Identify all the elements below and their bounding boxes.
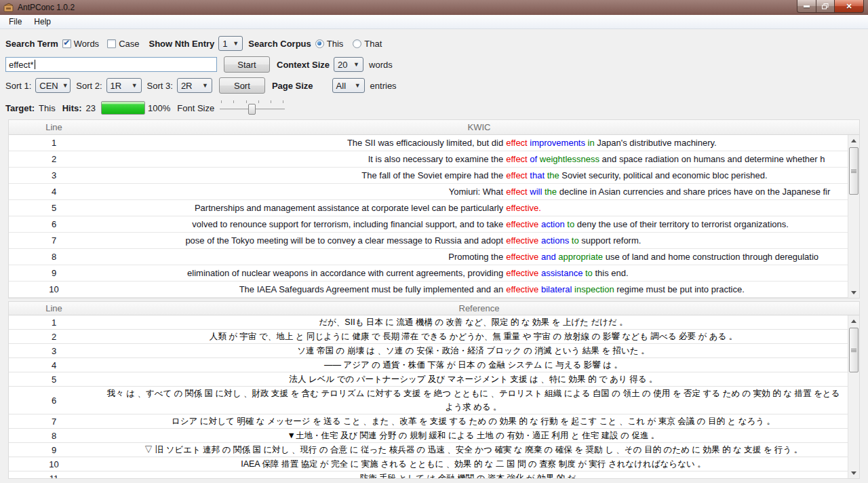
kwic-table-header: Line KWIC	[9, 120, 859, 135]
search-input[interactable]: effect*	[5, 57, 217, 72]
scrollbar-grip-icon	[851, 348, 856, 353]
kwic-scrollbar[interactable]	[848, 135, 859, 298]
close-button[interactable]: ✕	[835, 0, 864, 13]
kwic-row[interactable]: 2It is also necessary to examine theeffe…	[9, 151, 848, 168]
menubar: File Help	[0, 15, 868, 29]
reference-row[interactable]: 7ロシア に対して 明確 な メッセージ を 送る こと 、また 、改革 を 支…	[9, 414, 848, 429]
window-title: AntPConc 1.0.2	[18, 3, 75, 12]
scroll-up-icon[interactable]	[848, 315, 859, 326]
reference-scrollbar-thumb[interactable]	[849, 328, 859, 372]
window-controls: ✕	[797, 0, 864, 13]
kwic-row[interactable]: 6volved to renounce support for terroris…	[9, 216, 848, 233]
progress-fill	[102, 102, 144, 114]
reference-text: 我々 は 、すべて の 関係 国 に対し 、財政 支援 を 含む テロリズム に…	[99, 387, 848, 414]
kwic-row[interactable]: 7pose of the Tokyo meeting will be to co…	[9, 233, 848, 249]
menu-help[interactable]: Help	[28, 16, 57, 28]
scroll-up-icon[interactable]	[848, 135, 859, 146]
search-input-value: effect*	[9, 60, 34, 70]
font-size-slider[interactable]	[220, 99, 285, 117]
reference-text: ▼土地・住宅 及び 関連 分野 の 規制 緩和 による 土地 の 有効・適正 利…	[99, 429, 848, 442]
reference-text: ▽ 旧 ソビエト 連邦 の 関係 国 に対し 、現行 の 合意 に 従った 核兵…	[99, 443, 848, 457]
reference-row[interactable]: 10IAEA 保障 措置 協定 が 完全 に 実施 される とともに 、効果 的…	[9, 457, 848, 471]
context-size-select[interactable]: 20 ▼	[334, 57, 363, 72]
sort2-select[interactable]: 1R ▼	[106, 78, 142, 93]
kwic-row[interactable]: 3The fall of the Soviet empire had theef…	[9, 168, 848, 184]
context-size-unit: words	[369, 60, 393, 70]
reference-text: 法人 レベル での パートナーシップ 及び マネージメント 支援 は 、特に 効…	[99, 372, 848, 386]
scroll-down-icon[interactable]	[848, 467, 859, 478]
hits-label: Hits:	[62, 103, 82, 113]
kwic-row[interactable]: 10The IAEA Safeguards Agreement must be …	[9, 282, 848, 298]
words-checkbox-label: Words	[74, 39, 99, 49]
reference-row[interactable]: 6我々 は 、すべて の 関係 国 に対し 、財政 支援 を 含む テロリズム …	[9, 387, 848, 414]
search-corpus-label: Search Corpus	[248, 39, 311, 49]
kwic-text: volved to renounce support for terrorism…	[99, 219, 848, 229]
progress-bar	[101, 101, 145, 115]
reference-row[interactable]: 5法人 レベル での パートナーシップ 及び マネージメント 支援 は 、特に …	[9, 372, 848, 387]
chevron-down-icon: ▼	[353, 61, 359, 68]
close-icon: ✕	[846, 2, 852, 11]
kwic-line-number: 9	[9, 268, 99, 278]
nth-entry-select[interactable]: 1 ▼	[218, 36, 243, 51]
kwic-row[interactable]: 4Yomiuri: Whateffect will the decline in…	[9, 184, 848, 200]
sort2-value: 1R	[111, 81, 122, 91]
context-size-value: 20	[338, 60, 347, 70]
reference-row[interactable]: 2人類 が 宇宙 で、地上 と 同じように 健康 で 長期 滞在 できる かどう…	[9, 330, 848, 344]
reference-row[interactable]: 3ソ連 帝国 の 崩壊 は 、ソ連 の 安保・政治・経済 ブロック の 消滅 と…	[9, 344, 848, 358]
kwic-line-number: 8	[9, 252, 99, 262]
reference-line-number: 7	[9, 417, 99, 427]
reference-row[interactable]: 8▼土地・住宅 及び 関連 分野 の 規制 緩和 による 土地 の 有効・適正 …	[9, 429, 848, 443]
titlebar: AntPConc 1.0.2 ✕	[0, 0, 868, 15]
sort-button[interactable]: Sort	[219, 77, 265, 94]
kwic-text: The SII was efficaciously limited, but d…	[99, 138, 848, 148]
kwic-row[interactable]: 9elimination of nuclear weapons in accor…	[9, 265, 848, 282]
kwic-table: Line KWIC 1The SII was efficaciously lim…	[8, 119, 860, 298]
reference-row[interactable]: 4―― アジア の 通貨・株価 下落 が 日本 の 金融 システム に 与える …	[9, 358, 848, 372]
minimize-button[interactable]	[797, 0, 816, 13]
this-radio-label: This	[327, 39, 344, 49]
reference-row[interactable]: 11防衛 手段 として は 金融 機関 の 資本 強化 が 効果 的 だ 。	[9, 471, 848, 479]
sort1-value: CEN	[39, 81, 58, 91]
reference-line-number: 9	[9, 445, 99, 455]
sort1-select[interactable]: CEN ▼	[35, 78, 71, 93]
kwic-body: 1The SII was efficaciously limited, but …	[9, 135, 848, 298]
progress-percent: 100%	[148, 103, 170, 113]
kwic-text: pose of the Tokyo meeting will be to con…	[99, 235, 848, 246]
reference-scrollbar[interactable]	[848, 315, 859, 478]
kwic-row[interactable]: 5Partnerships and management assistance …	[9, 200, 848, 216]
kwic-scrollbar-thumb[interactable]	[849, 147, 859, 195]
start-button[interactable]: Start	[224, 56, 270, 73]
text-caret	[35, 60, 35, 69]
check-icon: ✔	[63, 39, 70, 46]
menu-file[interactable]: File	[3, 16, 28, 28]
toolbar: Search Term ✔ Words Case Show Nth Entry …	[0, 29, 868, 117]
minimize-icon	[804, 5, 810, 7]
kwic-row[interactable]: 8Promoting theeffective and appropriate …	[9, 249, 848, 265]
show-nth-entry-label: Show Nth Entry	[149, 39, 214, 49]
nth-entry-value: 1	[222, 39, 227, 49]
kwic-row[interactable]: 1The SII was efficaciously limited, but …	[9, 135, 848, 151]
chevron-down-icon: ▼	[233, 40, 239, 47]
restore-button[interactable]	[816, 0, 835, 13]
that-radio-label: That	[364, 39, 382, 49]
slider-handle[interactable]	[248, 104, 256, 115]
this-radio[interactable]	[315, 39, 324, 48]
reference-line-number: 3	[9, 346, 99, 356]
reference-line-number: 2	[9, 332, 99, 342]
restore-icon	[822, 3, 829, 9]
reference-line-number: 8	[9, 431, 99, 441]
context-size-label: Context Size	[277, 60, 330, 70]
reference-line-number: 1	[9, 317, 99, 328]
sort3-select[interactable]: 2R ▼	[177, 78, 212, 93]
words-checkbox[interactable]: ✔	[62, 39, 71, 48]
scroll-down-icon[interactable]	[848, 287, 859, 298]
kwic-text: The IAEA Safeguards Agreement must be fu…	[99, 284, 848, 294]
reference-table-header: Line Reference	[9, 302, 859, 315]
case-checkbox[interactable]	[107, 39, 116, 48]
kwic-column-header: KWIC	[99, 122, 859, 132]
that-radio[interactable]	[353, 39, 361, 48]
page-size-select[interactable]: All ▼	[332, 78, 365, 93]
reference-row[interactable]: 1だが、SIIも 日本 に 流通 機構 の 改善 など、限定 的 な 効果 を …	[9, 315, 848, 330]
chevron-down-icon: ▼	[62, 82, 68, 89]
reference-row[interactable]: 9▽ 旧 ソビエト 連邦 の 関係 国 に対し 、現行 の 合意 に 従った 核…	[9, 443, 848, 457]
